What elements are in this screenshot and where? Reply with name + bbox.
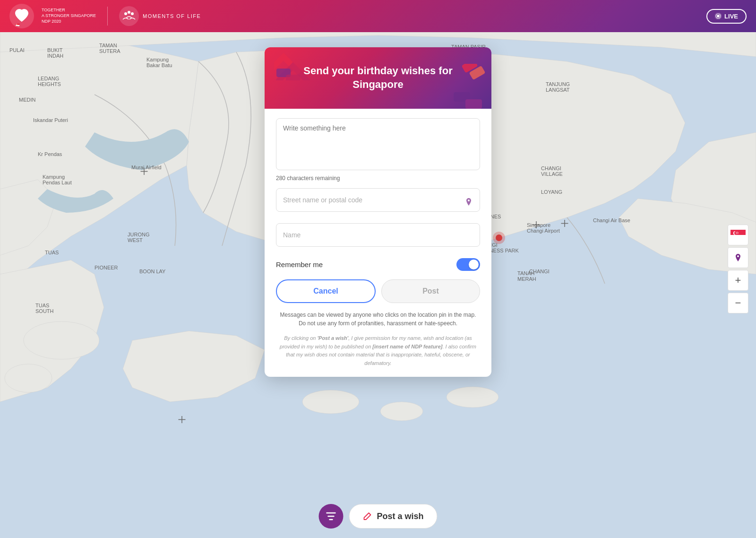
- name-input[interactable]: [276, 223, 480, 247]
- live-button[interactable]: LIVE: [706, 9, 747, 24]
- disclaimer-text: Messages can be viewed by anyone who cli…: [276, 311, 480, 328]
- legal-text: By clicking on 'Post a wish', I give per…: [276, 334, 480, 367]
- name-input-wrapper: [276, 223, 480, 252]
- svg-point-36: [738, 232, 739, 233]
- header-logo: 🇸🇬 TOGETHERA STRONGER SINGAPORENDP 2020 …: [9, 4, 201, 28]
- remember-row: Remember me: [276, 258, 480, 271]
- location-side-icon: [733, 253, 743, 262]
- modal-body: 280 characters remaining Remember me: [265, 109, 491, 377]
- modal-title: Send your birthday wishes for Singapore: [265, 64, 491, 91]
- svg-text:🇸🇬: 🇸🇬: [16, 23, 20, 27]
- svg-point-37: [738, 233, 739, 234]
- svg-rect-32: [730, 235, 746, 240]
- svg-point-39: [736, 232, 737, 233]
- cancel-button[interactable]: Cancel: [276, 279, 376, 303]
- svg-point-34: [734, 231, 738, 235]
- location-icon[interactable]: [464, 197, 473, 208]
- post-wish-button[interactable]: Post a wish: [349, 504, 437, 529]
- header-divider: [107, 7, 108, 26]
- modal-banner: Send your birthday wishes for Singapore: [265, 47, 491, 109]
- side-buttons: + −: [728, 225, 748, 313]
- wish-textarea[interactable]: [276, 118, 480, 170]
- wish-modal: Send your birthday wishes for Singapore …: [265, 47, 491, 377]
- bottom-bar: Post a wish: [318, 504, 437, 529]
- ndp-logo: 🇸🇬: [9, 4, 34, 28]
- sg-flag-icon: [730, 230, 746, 240]
- pencil-icon: [362, 512, 372, 521]
- header: 🇸🇬 TOGETHERA STRONGER SINGAPORENDP 2020 …: [0, 0, 756, 32]
- mol-icon: [119, 6, 139, 26]
- modal-overlay: Send your birthday wishes for Singapore …: [0, 0, 756, 538]
- remember-toggle[interactable]: [456, 258, 480, 271]
- action-buttons: Cancel Post: [276, 279, 480, 303]
- svg-rect-30: [465, 99, 482, 109]
- svg-point-21: [131, 12, 134, 15]
- mol-text-label: MOMENTS OF LIFE: [143, 13, 201, 19]
- filter-icon: [326, 511, 336, 521]
- svg-point-38: [736, 233, 737, 234]
- location-input-wrapper: [276, 188, 480, 217]
- location-input[interactable]: [276, 188, 480, 212]
- toggle-knob: [469, 260, 479, 269]
- zoom-out-button[interactable]: −: [728, 293, 748, 313]
- svg-point-22: [717, 15, 720, 17]
- zoom-in-button[interactable]: +: [728, 270, 748, 291]
- live-icon: [715, 13, 722, 19]
- remember-label: Remember me: [276, 260, 323, 269]
- svg-point-35: [737, 232, 738, 233]
- char-count: 280 characters remaining: [276, 175, 480, 182]
- post-button[interactable]: Post: [381, 279, 480, 303]
- mol-logo: MOMENTS OF LIFE: [119, 6, 201, 26]
- svg-point-20: [128, 11, 130, 14]
- svg-point-18: [119, 6, 139, 26]
- singapore-flag-button[interactable]: [728, 225, 748, 245]
- svg-point-19: [124, 12, 127, 15]
- filter-button[interactable]: [318, 504, 343, 529]
- location-side-button[interactable]: [728, 247, 748, 268]
